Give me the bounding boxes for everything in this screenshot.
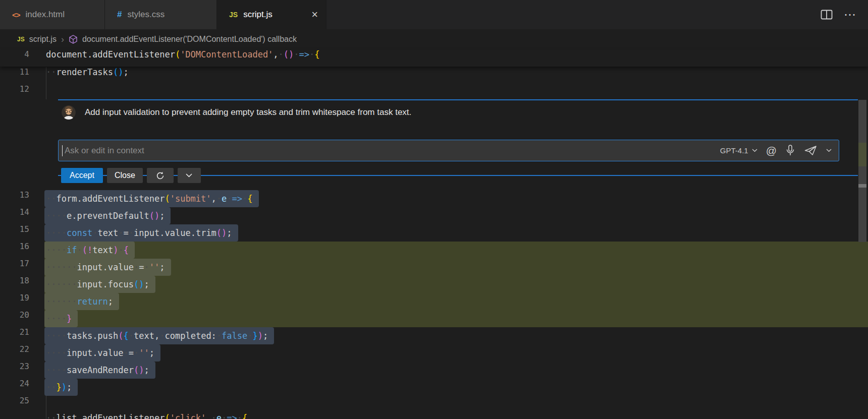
chevron-down-icon[interactable] (178, 168, 201, 183)
mic-icon[interactable] (785, 145, 795, 156)
chat-input-box: GPT-4.1 @ (58, 140, 839, 161)
modified-text-highlight: ··}); (44, 379, 78, 396)
code-line[interactable]: 22····input.value·=·''; (0, 344, 868, 362)
line-number: 23 (0, 362, 29, 379)
code-text: ··list.addEventListener('click',·e·=>·{ (46, 413, 247, 419)
send-icon[interactable] (804, 145, 818, 156)
code-line[interactable]: 13··form.addEventListener('submit',·e·=>… (0, 190, 868, 207)
code-line[interactable]: 17······input.value·=·''; (0, 259, 868, 276)
code-line[interactable]: 25 (0, 396, 868, 413)
code-line[interactable]: 18······input.focus(); (0, 276, 868, 293)
code-text: ····saveAndRender(); (46, 362, 155, 379)
line-number: 20 (0, 310, 29, 327)
tab-script-js[interactable]: JS script.js × (217, 0, 327, 29)
model-picker[interactable]: GPT-4.1 (720, 146, 757, 155)
inserted-text-highlight: ······input.value·=·''; (44, 259, 171, 276)
code-line[interactable]: 14····e.preventDefault(); (0, 207, 868, 224)
line-number: 14 (0, 207, 29, 224)
code-text: document.addEventListener('DOMContentLoa… (46, 49, 320, 67)
model-label: GPT-4.1 (720, 146, 748, 155)
inline-chat-widget: Add input validation to prevent adding e… (0, 99, 868, 190)
tab-label: script.js (243, 10, 273, 20)
code-text: ····e.preventDefault(); (46, 207, 171, 224)
line-number: 22 (0, 344, 29, 362)
code-text: ······return; (46, 293, 119, 310)
chat-toolbar: Accept Close (61, 168, 201, 183)
code-text: ··form.addEventListener('submit',·e·=>·{ (46, 190, 259, 207)
close-icon[interactable]: × (311, 9, 318, 20)
inserted-text-highlight: ······return; (44, 293, 119, 310)
code-line[interactable]: 11··renderTasks(); (0, 67, 868, 84)
at-icon[interactable]: @ (766, 145, 777, 157)
breadcrumb: JS script.js › document.addEventListener… (0, 29, 868, 49)
line-number: 12 (0, 84, 29, 101)
inserted-text-highlight: ····if·(!text)·{ (44, 242, 135, 259)
sticky-scroll-line[interactable]: 4document.addEventListener('DOMContentLo… (0, 49, 868, 67)
chevron-down-icon (752, 149, 757, 152)
breadcrumb-symbol[interactable]: document.addEventListener('DOMContentLoa… (82, 35, 297, 44)
code-line[interactable]: ··list.addEventListener('click',·e·=>·{ (0, 413, 868, 419)
line-number: 18 (0, 276, 29, 293)
js-file-icon: JS (229, 11, 238, 19)
code-text: ······input.value·=·''; (46, 259, 171, 276)
modified-text-highlight: ····const·text·=·input.value.trim(); (44, 224, 238, 242)
code-line[interactable]: 23····saveAndRender(); (0, 362, 868, 379)
accept-button[interactable]: Accept (61, 168, 103, 183)
code-line[interactable]: 4document.addEventListener('DOMContentLo… (0, 49, 868, 67)
tab-label: styles.css (127, 10, 165, 20)
tab-bar: <> index.html # styles.css JS script.js … (0, 0, 868, 29)
more-actions-icon[interactable]: ⋯ (844, 12, 857, 17)
line-number (0, 413, 29, 419)
code-text: ··renderTasks(); (46, 67, 129, 84)
scrollbar-slider[interactable] (858, 100, 866, 242)
modified-text-highlight: ····input.value·=·''; (44, 344, 160, 362)
html-file-icon: <> (12, 11, 20, 19)
tab-index-html[interactable]: <> index.html (0, 0, 105, 29)
code-line[interactable]: 16····if·(!text)·{ (0, 242, 868, 259)
tab-styles-css[interactable]: # styles.css (105, 0, 217, 29)
inserted-line-highlight (44, 242, 868, 259)
code-line[interactable]: 24··}); (0, 379, 868, 396)
close-button[interactable]: Close (107, 168, 143, 183)
chevron-down-icon[interactable] (826, 149, 832, 152)
code-line[interactable]: 19······return; (0, 293, 868, 310)
js-file-icon: JS (17, 36, 25, 43)
line-number: 4 (0, 49, 29, 67)
code-line[interactable]: 20····} (0, 310, 868, 327)
inserted-text-highlight: ······input.focus(); (44, 276, 155, 293)
css-file-icon: # (117, 10, 122, 20)
line-number: 25 (0, 396, 29, 413)
widget-top-border (58, 99, 858, 100)
text-cursor (62, 145, 63, 156)
split-editor-icon[interactable] (821, 10, 833, 20)
code-lines-above: 11··renderTasks();12 (0, 67, 868, 101)
code-line[interactable]: 12 (0, 84, 868, 101)
vscode-window: <> index.html # styles.css JS script.js … (0, 0, 868, 419)
chat-input[interactable] (59, 146, 720, 156)
code-text: ····input.value·=·''; (46, 344, 160, 362)
rerun-icon[interactable] (147, 168, 174, 183)
breadcrumb-file[interactable]: script.js (29, 35, 57, 44)
code-text: ····} (46, 310, 78, 327)
modified-text-highlight: ····tasks.push({·text,·completed:·false·… (44, 327, 274, 344)
code-editor: 13··form.addEventListener('submit',·e·=>… (0, 190, 868, 419)
code-text: ··}); (46, 379, 78, 396)
modified-text-highlight: ····e.preventDefault(); (44, 207, 171, 224)
line-number: 19 (0, 293, 29, 310)
line-number: 21 (0, 327, 29, 344)
inserted-line-highlight (44, 293, 868, 310)
scrollbar-cursor-mark (858, 184, 866, 188)
code-text: ····tasks.push({·text,·completed:·false·… (46, 327, 274, 344)
modified-text-highlight: ··form.addEventListener('submit',·e·=>·{ (44, 190, 259, 207)
breadcrumb-separator: › (61, 34, 64, 45)
inserted-text-highlight: ····} (44, 310, 78, 327)
modified-text-highlight: ····saveAndRender(); (44, 362, 155, 379)
line-number: 13 (0, 190, 29, 207)
line-number: 15 (0, 224, 29, 242)
tab-label: index.html (26, 10, 65, 20)
line-number: 24 (0, 379, 29, 396)
chat-request-message: Add input validation to prevent adding e… (85, 107, 411, 117)
line-number: 16 (0, 242, 29, 259)
code-line[interactable]: 21····tasks.push({·text,·completed:·fals… (0, 327, 868, 344)
code-line[interactable]: 15····const·text·=·input.value.trim(); (0, 224, 868, 242)
